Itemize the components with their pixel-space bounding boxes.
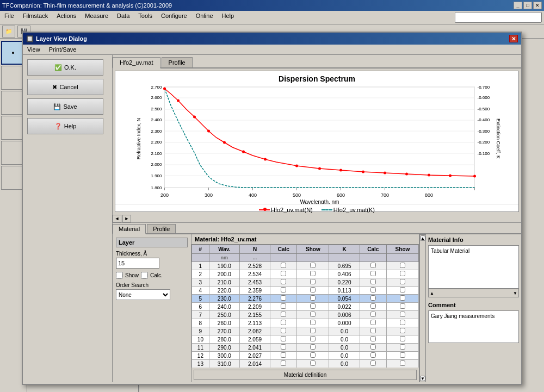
bottom-tab-profile[interactable]: Profile — [147, 224, 176, 233]
table-row[interactable]: 2 200.0 2.534 0.406 — [192, 270, 419, 278]
info-scroll-down[interactable]: ▼ — [513, 291, 517, 296]
calc-checkbox[interactable] — [141, 272, 148, 279]
menu-configure[interactable]: Configure — [159, 12, 189, 23]
dialog-menu-printsave[interactable]: Print/Save — [47, 46, 79, 53]
cell-calc-n[interactable] — [270, 335, 297, 344]
order-select[interactable]: None — [116, 289, 170, 300]
menu-online[interactable]: Online — [194, 12, 215, 23]
table-row[interactable]: 4 220.0 2.359 0.113 — [192, 287, 419, 295]
cell-calc-k[interactable] — [360, 327, 386, 335]
cell-calc-k[interactable] — [360, 303, 386, 311]
cell-calc-n[interactable] — [270, 319, 297, 327]
toolbar-btn-1[interactable]: 📁 — [2, 26, 15, 38]
menu-data[interactable]: Data — [115, 12, 132, 23]
minimize-btn[interactable]: _ — [514, 2, 522, 9]
table-scroll-down-btn[interactable]: ▼ — [420, 376, 425, 381]
bottom-tab-material[interactable]: Material — [113, 224, 146, 234]
cell-calc-n[interactable] — [270, 344, 297, 352]
table-scroll-up-btn[interactable]: ▲ — [420, 235, 425, 241]
menu-file[interactable]: File — [2, 12, 16, 23]
cell-show-k[interactable] — [386, 352, 418, 360]
scroll-right-btn[interactable]: ► — [122, 215, 131, 222]
cell-show-k[interactable] — [386, 278, 418, 287]
cell-show-k[interactable] — [386, 262, 418, 270]
cell-show-k[interactable] — [386, 303, 418, 311]
cell-show-n[interactable] — [297, 319, 329, 327]
cell-show-k[interactable] — [386, 319, 418, 327]
cell-show-k[interactable] — [386, 360, 418, 368]
table-row[interactable]: 13 310.0 2.014 0.0 — [192, 360, 419, 368]
menu-filmstack[interactable]: Filmstack — [21, 12, 50, 23]
table-row[interactable]: 12 300.0 2.027 0.0 — [192, 352, 419, 360]
cell-calc-k[interactable] — [360, 270, 386, 278]
cell-show-n[interactable] — [297, 311, 329, 319]
cell-show-n[interactable] — [297, 270, 329, 278]
table-row[interactable]: 5 230.0 2.276 0.054 — [192, 295, 419, 303]
thickness-input[interactable] — [116, 258, 159, 269]
table-row[interactable]: 9 270.0 2.082 0.0 — [192, 327, 419, 335]
cell-calc-n[interactable] — [270, 303, 297, 311]
save-button[interactable]: 💾 Save — [27, 98, 103, 115]
close-btn[interactable]: ✕ — [533, 2, 542, 9]
tab-material[interactable]: Hfo2_uv.mat — [113, 57, 160, 69]
cell-show-n[interactable] — [297, 360, 329, 368]
cell-calc-n[interactable] — [270, 295, 297, 303]
cell-calc-n[interactable] — [270, 360, 297, 368]
restore-btn[interactable]: □ — [523, 2, 532, 9]
table-row[interactable]: 3 210.0 2.453 0.220 — [192, 278, 419, 287]
cell-calc-n[interactable] — [270, 311, 297, 319]
menu-measure[interactable]: Measure — [83, 12, 110, 23]
table-row[interactable]: 7 250.0 2.155 0.006 — [192, 311, 419, 319]
scroll-left-btn[interactable]: ◄ — [113, 215, 121, 222]
dialog-close-btn[interactable]: ✕ — [509, 39, 518, 42]
cell-show-n[interactable] — [297, 262, 329, 270]
cell-show-k[interactable] — [386, 287, 418, 295]
cell-show-k[interactable] — [386, 327, 418, 335]
cell-calc-k[interactable] — [360, 295, 386, 303]
menu-help[interactable]: Help — [220, 12, 237, 23]
cell-show-k[interactable] — [386, 270, 418, 278]
cell-show-n[interactable] — [297, 287, 329, 295]
cancel-button[interactable]: ✖ Cancel — [27, 79, 103, 95]
info-scroll-up[interactable]: ▲ — [430, 291, 434, 296]
table-row[interactable]: 6 240.0 2.209 0.022 — [192, 303, 419, 311]
cell-calc-k[interactable] — [360, 262, 386, 270]
cell-calc-k[interactable] — [360, 344, 386, 352]
table-row[interactable]: 1 190.0 2.528 0.695 — [192, 262, 419, 270]
cell-calc-n[interactable] — [270, 278, 297, 287]
cell-show-k[interactable] — [386, 295, 418, 303]
cell-calc-n[interactable] — [270, 270, 297, 278]
cell-show-n[interactable] — [297, 327, 329, 335]
cell-calc-k[interactable] — [360, 287, 386, 295]
cell-calc-k[interactable] — [360, 278, 386, 287]
dialog-menu-view[interactable]: View — [27, 46, 42, 53]
cell-show-n[interactable] — [297, 335, 329, 344]
cell-calc-n[interactable] — [270, 352, 297, 360]
material-definition-btn[interactable]: Material definition — [194, 370, 417, 380]
cell-show-n[interactable] — [297, 278, 329, 287]
cell-show-n[interactable] — [297, 295, 329, 303]
table-row[interactable]: 8 260.0 2.113 0.000 — [192, 319, 419, 327]
table-row[interactable]: 11 290.0 2.041 0.0 — [192, 344, 419, 352]
help-button[interactable]: ❓ Help — [27, 118, 103, 134]
cell-calc-k[interactable] — [360, 360, 386, 368]
search-input[interactable] — [455, 12, 542, 23]
cell-show-k[interactable] — [386, 311, 418, 319]
cell-calc-k[interactable] — [360, 335, 386, 344]
cell-show-k[interactable] — [386, 344, 418, 352]
cell-calc-n[interactable] — [270, 262, 297, 270]
menu-actions[interactable]: Actions — [54, 12, 78, 23]
cell-calc-n[interactable] — [270, 327, 297, 335]
cell-calc-k[interactable] — [360, 319, 386, 327]
cell-calc-k[interactable] — [360, 311, 386, 319]
cell-show-n[interactable] — [297, 344, 329, 352]
cell-show-n[interactable] — [297, 303, 329, 311]
table-row[interactable]: 10 280.0 2.059 0.0 — [192, 335, 419, 344]
ok-button[interactable]: ✅ O.K. — [27, 59, 103, 76]
cell-calc-k[interactable] — [360, 352, 386, 360]
cell-show-n[interactable] — [297, 352, 329, 360]
cell-calc-n[interactable] — [270, 287, 297, 295]
menu-tools[interactable]: Tools — [136, 12, 154, 23]
show-checkbox[interactable] — [116, 272, 123, 279]
cell-show-k[interactable] — [386, 335, 418, 344]
